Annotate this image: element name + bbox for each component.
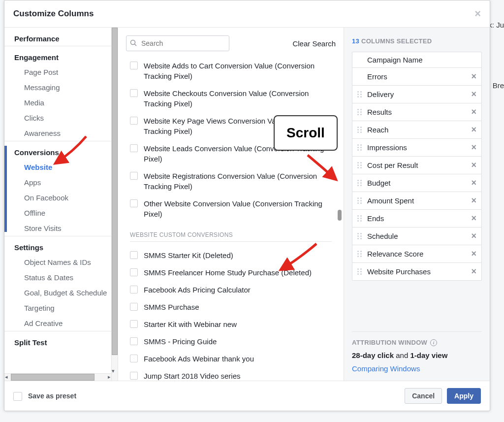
sidebar-item[interactable]: Store Visits [4,221,118,236]
sidebar-scrollbar-horizontal[interactable] [4,373,111,381]
sidebar-item[interactable]: Messaging [4,80,118,95]
selected-column-label: Ends [367,214,471,223]
checkbox-icon[interactable] [130,251,138,259]
scroll-right-icon[interactable]: ▸ [108,374,111,380]
save-preset-label: Save as preset [28,392,76,400]
checkbox-icon[interactable] [130,337,138,345]
option-row[interactable]: Facebook Ads Pricing Calculator [130,281,332,298]
checkbox-icon[interactable] [130,372,138,380]
checkbox-icon[interactable] [13,392,22,401]
option-row[interactable]: Other Website Conversion Value (Conversi… [130,195,332,223]
sidebar-group-title[interactable]: Performance [4,28,118,46]
selected-column-row[interactable]: Delivery× [352,86,481,103]
sidebar-scroll-thumb-horizontal[interactable] [11,374,94,381]
drag-handle-icon[interactable] [357,180,363,186]
sidebar-item[interactable]: Offline [4,205,118,221]
drag-handle-icon[interactable] [357,109,363,115]
option-row[interactable]: Facebook Ads Webinar thank you [130,350,332,367]
checkbox-icon[interactable] [130,268,138,276]
sidebar-item[interactable]: Status & Dates [4,270,118,285]
drag-handle-icon[interactable] [357,127,363,133]
drag-handle-icon[interactable] [357,91,363,97]
option-row[interactable]: Website Registrations Conversion Value (… [130,167,332,195]
cancel-button[interactable]: Cancel [405,388,442,404]
close-icon[interactable]: × [474,7,481,20]
checkbox-icon[interactable] [130,199,138,207]
option-row[interactable]: Website Adds to Cart Conversion Value (C… [130,57,332,85]
svg-point-0 [131,40,135,45]
checkbox-icon[interactable] [130,172,138,180]
selected-column-row[interactable]: Campaign Name [352,52,481,68]
save-as-preset-checkbox[interactable]: Save as preset [13,391,76,401]
drag-handle-icon[interactable] [357,144,363,151]
selected-column-row[interactable]: Schedule× [352,227,481,245]
option-row[interactable]: Website Checkouts Conversion Value (Conv… [130,85,332,112]
option-row[interactable]: SMMS Purchase [130,298,332,316]
sidebar-group-title[interactable]: Engagement [4,46,118,65]
sidebar-group-title[interactable]: Settings [4,236,118,255]
checkbox-icon[interactable] [130,320,138,328]
sidebar-group-title[interactable]: Split Test [4,331,118,350]
selected-column-row[interactable]: Cost per Result× [352,157,481,174]
sidebar-item[interactable]: Clicks [4,110,118,126]
option-row[interactable]: Jump Start 2018 Video series [130,367,332,381]
remove-column-icon[interactable]: × [471,142,476,153]
selected-column-row[interactable]: Budget× [352,174,481,192]
sidebar-item[interactable]: Apps [4,175,118,190]
sidebar-item[interactable]: On Facebook [4,190,118,205]
checkbox-icon[interactable] [130,355,138,362]
selected-column-row[interactable]: Impressions× [352,139,481,157]
remove-column-icon[interactable]: × [471,71,476,82]
sidebar-item[interactable]: Goal, Budget & Schedule [4,285,118,300]
checkbox-icon[interactable] [130,303,138,311]
selected-column-row[interactable]: Errors× [352,68,481,86]
selected-columns-panel: 13 COLUMNS SELECTED Campaign NameErrors×… [344,28,490,381]
selected-column-row[interactable]: Results× [352,103,481,121]
selected-column-row[interactable]: Relevance Score× [352,245,481,263]
sidebar-scrollbar-vertical[interactable] [111,28,118,381]
drag-handle-icon[interactable] [357,268,363,275]
search-input[interactable] [126,35,229,51]
option-label: SMMS Starter Kit (Deleted) [144,250,233,260]
option-label: Facebook Ads Webinar thank you [144,354,254,364]
drag-handle-icon[interactable] [357,251,363,257]
selected-column-row[interactable]: Website Purchases× [352,263,481,280]
checkbox-icon[interactable] [130,286,138,293]
sidebar-item[interactable]: Ad Creative [4,316,118,331]
remove-column-icon[interactable]: × [471,231,476,241]
selected-column-row[interactable]: Reach× [352,121,481,139]
sidebar-scroll-thumb-vertical[interactable] [112,28,118,355]
remove-column-icon[interactable]: × [471,249,476,259]
drag-handle-icon[interactable] [357,233,363,239]
sidebar-item[interactable]: Targeting [4,300,118,316]
checkbox-icon[interactable] [130,89,138,97]
sidebar-item[interactable]: Object Names & IDs [4,255,118,270]
drag-handle-icon[interactable] [357,197,363,204]
remove-column-icon[interactable]: × [471,213,476,224]
sidebar-item[interactable]: Media [4,95,118,110]
info-icon[interactable]: i [430,339,437,346]
remove-column-icon[interactable]: × [471,107,476,117]
checkbox-icon[interactable] [130,117,138,125]
selected-column-row[interactable]: Ends× [352,210,481,227]
selected-column-row[interactable]: Amount Spent× [352,192,481,210]
scroll-down-icon[interactable]: ▾ [112,368,117,373]
remove-column-icon[interactable]: × [471,266,476,277]
comparing-windows-link[interactable]: Comparing Windows [352,364,482,373]
drag-handle-icon[interactable] [357,162,363,168]
remove-column-icon[interactable]: × [471,89,476,99]
remove-column-icon[interactable]: × [471,195,476,206]
remove-column-icon[interactable]: × [471,125,476,135]
clear-search-button[interactable]: Clear Search [292,39,336,48]
drag-handle-icon[interactable] [357,215,363,222]
scroll-left-icon[interactable]: ◂ [5,374,8,380]
option-row[interactable]: SMMS - Pricing Guide [130,333,332,350]
sidebar-item[interactable]: Page Post [4,65,118,80]
remove-column-icon[interactable]: × [471,178,476,188]
checkbox-icon[interactable] [130,144,138,152]
options-scroll-thumb[interactable] [338,210,342,221]
checkbox-icon[interactable] [130,62,138,69]
option-row[interactable]: Starter Kit with Webinar new [130,316,332,333]
remove-column-icon[interactable]: × [471,160,476,170]
apply-button[interactable]: Apply [447,388,481,404]
